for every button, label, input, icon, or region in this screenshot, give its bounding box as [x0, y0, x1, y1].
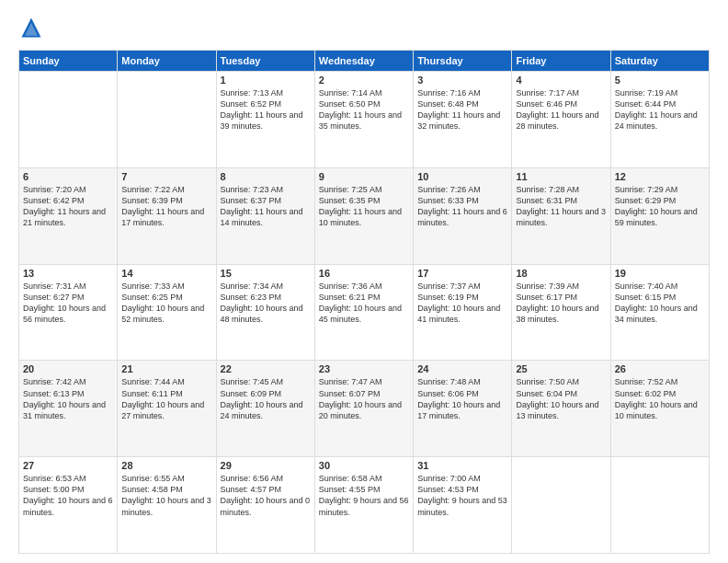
cell-details: Sunrise: 7:26 AM Sunset: 6:33 PM Dayligh…	[417, 184, 507, 229]
cell-details: Sunrise: 7:48 AM Sunset: 6:06 PM Dayligh…	[417, 376, 507, 421]
cell-details: Sunrise: 7:40 AM Sunset: 6:15 PM Dayligh…	[615, 281, 705, 326]
calendar-cell: 16Sunrise: 7:36 AM Sunset: 6:21 PM Dayli…	[314, 264, 413, 361]
calendar-cell: 15Sunrise: 7:34 AM Sunset: 6:23 PM Dayli…	[216, 264, 314, 361]
calendar-cell: 28Sunrise: 6:55 AM Sunset: 4:58 PM Dayli…	[118, 457, 216, 554]
calendar-cell: 9Sunrise: 7:25 AM Sunset: 6:35 PM Daylig…	[314, 167, 413, 264]
cell-details: Sunrise: 7:29 AM Sunset: 6:29 PM Dayligh…	[615, 184, 705, 229]
cell-details: Sunrise: 6:55 AM Sunset: 4:58 PM Dayligh…	[121, 473, 211, 518]
calendar-cell: 19Sunrise: 7:40 AM Sunset: 6:15 PM Dayli…	[610, 264, 709, 361]
cell-details: Sunrise: 7:44 AM Sunset: 6:11 PM Dayligh…	[121, 376, 211, 421]
cell-details: Sunrise: 7:45 AM Sunset: 6:09 PM Dayligh…	[221, 376, 311, 421]
day-number: 5	[615, 75, 705, 86]
day-number: 4	[516, 75, 606, 86]
day-number: 25	[516, 363, 606, 374]
calendar-cell	[118, 72, 216, 168]
calendar-cell	[512, 457, 610, 554]
header	[18, 15, 710, 40]
calendar-cell: 8Sunrise: 7:23 AM Sunset: 6:37 PM Daylig…	[216, 167, 314, 264]
calendar-cell: 31Sunrise: 7:00 AM Sunset: 4:53 PM Dayli…	[414, 457, 512, 554]
calendar-cell: 4Sunrise: 7:17 AM Sunset: 6:46 PM Daylig…	[512, 72, 610, 168]
cell-details: Sunrise: 7:13 AM Sunset: 6:52 PM Dayligh…	[221, 87, 311, 132]
cell-details: Sunrise: 7:17 AM Sunset: 6:46 PM Dayligh…	[516, 87, 606, 132]
cell-details: Sunrise: 7:00 AM Sunset: 4:53 PM Dayligh…	[417, 473, 507, 518]
cell-details: Sunrise: 7:42 AM Sunset: 6:13 PM Dayligh…	[23, 376, 113, 421]
day-number: 1	[221, 75, 311, 86]
day-number: 11	[516, 171, 606, 182]
page: SundayMondayTuesdayWednesdayThursdayFrid…	[0, 0, 728, 563]
cell-details: Sunrise: 7:39 AM Sunset: 6:17 PM Dayligh…	[516, 281, 606, 326]
calendar-cell: 25Sunrise: 7:50 AM Sunset: 6:04 PM Dayli…	[512, 361, 610, 457]
weekday-header-wednesday: Wednesday	[314, 51, 413, 72]
calendar-cell: 13Sunrise: 7:31 AM Sunset: 6:27 PM Dayli…	[19, 264, 118, 361]
logo-icon	[18, 15, 44, 40]
calendar-cell: 11Sunrise: 7:28 AM Sunset: 6:31 PM Dayli…	[512, 167, 610, 264]
day-number: 2	[319, 75, 409, 86]
calendar-week-2: 6Sunrise: 7:20 AM Sunset: 6:42 PM Daylig…	[19, 167, 710, 264]
calendar-week-4: 20Sunrise: 7:42 AM Sunset: 6:13 PM Dayli…	[19, 361, 710, 457]
day-number: 16	[319, 268, 409, 279]
day-number: 19	[615, 268, 705, 279]
calendar-cell: 29Sunrise: 6:56 AM Sunset: 4:57 PM Dayli…	[216, 457, 314, 554]
day-number: 6	[23, 171, 113, 182]
day-number: 7	[121, 171, 211, 182]
cell-details: Sunrise: 7:16 AM Sunset: 6:48 PM Dayligh…	[417, 87, 507, 132]
cell-details: Sunrise: 7:52 AM Sunset: 6:02 PM Dayligh…	[615, 376, 705, 421]
cell-details: Sunrise: 7:31 AM Sunset: 6:27 PM Dayligh…	[23, 281, 113, 326]
calendar-cell: 27Sunrise: 6:53 AM Sunset: 5:00 PM Dayli…	[19, 457, 118, 554]
day-number: 27	[23, 460, 113, 471]
cell-details: Sunrise: 7:19 AM Sunset: 6:44 PM Dayligh…	[615, 87, 705, 132]
cell-details: Sunrise: 6:56 AM Sunset: 4:57 PM Dayligh…	[221, 473, 311, 518]
day-number: 21	[121, 363, 211, 374]
calendar-cell: 2Sunrise: 7:14 AM Sunset: 6:50 PM Daylig…	[314, 72, 413, 168]
day-number: 26	[615, 363, 705, 374]
weekday-header-thursday: Thursday	[414, 51, 512, 72]
day-number: 29	[221, 460, 311, 471]
day-number: 17	[417, 268, 507, 279]
day-number: 15	[221, 268, 311, 279]
cell-details: Sunrise: 7:25 AM Sunset: 6:35 PM Dayligh…	[319, 184, 409, 229]
cell-details: Sunrise: 7:23 AM Sunset: 6:37 PM Dayligh…	[221, 184, 311, 229]
calendar-cell	[610, 457, 709, 554]
day-number: 22	[221, 363, 311, 374]
calendar-cell: 24Sunrise: 7:48 AM Sunset: 6:06 PM Dayli…	[414, 361, 512, 457]
calendar-cell: 12Sunrise: 7:29 AM Sunset: 6:29 PM Dayli…	[610, 167, 709, 264]
day-number: 28	[121, 460, 211, 471]
day-number: 8	[221, 171, 311, 182]
calendar-cell: 26Sunrise: 7:52 AM Sunset: 6:02 PM Dayli…	[610, 361, 709, 457]
day-number: 12	[615, 171, 705, 182]
cell-details: Sunrise: 7:28 AM Sunset: 6:31 PM Dayligh…	[516, 184, 606, 229]
calendar-cell: 30Sunrise: 6:58 AM Sunset: 4:55 PM Dayli…	[314, 457, 413, 554]
cell-details: Sunrise: 7:20 AM Sunset: 6:42 PM Dayligh…	[23, 184, 113, 229]
cell-details: Sunrise: 7:47 AM Sunset: 6:07 PM Dayligh…	[319, 376, 409, 421]
weekday-header-friday: Friday	[512, 51, 610, 72]
calendar-table: SundayMondayTuesdayWednesdayThursdayFrid…	[18, 50, 710, 554]
weekday-header-saturday: Saturday	[610, 51, 709, 72]
calendar-week-5: 27Sunrise: 6:53 AM Sunset: 5:00 PM Dayli…	[19, 457, 710, 554]
calendar-cell: 10Sunrise: 7:26 AM Sunset: 6:33 PM Dayli…	[414, 167, 512, 264]
calendar-cell: 20Sunrise: 7:42 AM Sunset: 6:13 PM Dayli…	[19, 361, 118, 457]
cell-details: Sunrise: 7:34 AM Sunset: 6:23 PM Dayligh…	[221, 281, 311, 326]
cell-details: Sunrise: 7:36 AM Sunset: 6:21 PM Dayligh…	[319, 281, 409, 326]
weekday-header-sunday: Sunday	[19, 51, 118, 72]
weekday-header-tuesday: Tuesday	[216, 51, 314, 72]
cell-details: Sunrise: 7:50 AM Sunset: 6:04 PM Dayligh…	[516, 376, 606, 421]
calendar-week-3: 13Sunrise: 7:31 AM Sunset: 6:27 PM Dayli…	[19, 264, 710, 361]
day-number: 23	[319, 363, 409, 374]
calendar-cell: 22Sunrise: 7:45 AM Sunset: 6:09 PM Dayli…	[216, 361, 314, 457]
calendar-cell: 23Sunrise: 7:47 AM Sunset: 6:07 PM Dayli…	[314, 361, 413, 457]
day-number: 13	[23, 268, 113, 279]
cell-details: Sunrise: 7:37 AM Sunset: 6:19 PM Dayligh…	[417, 281, 507, 326]
calendar-cell: 5Sunrise: 7:19 AM Sunset: 6:44 PM Daylig…	[610, 72, 709, 168]
day-number: 30	[319, 460, 409, 471]
calendar-cell: 6Sunrise: 7:20 AM Sunset: 6:42 PM Daylig…	[19, 167, 118, 264]
calendar-cell: 7Sunrise: 7:22 AM Sunset: 6:39 PM Daylig…	[118, 167, 216, 264]
cell-details: Sunrise: 7:14 AM Sunset: 6:50 PM Dayligh…	[319, 87, 409, 132]
weekday-header-monday: Monday	[118, 51, 216, 72]
day-number: 18	[516, 268, 606, 279]
cell-details: Sunrise: 7:33 AM Sunset: 6:25 PM Dayligh…	[121, 281, 211, 326]
calendar-cell: 21Sunrise: 7:44 AM Sunset: 6:11 PM Dayli…	[118, 361, 216, 457]
day-number: 24	[417, 363, 507, 374]
logo	[18, 15, 48, 40]
cell-details: Sunrise: 7:22 AM Sunset: 6:39 PM Dayligh…	[121, 184, 211, 229]
calendar-cell	[19, 72, 118, 168]
